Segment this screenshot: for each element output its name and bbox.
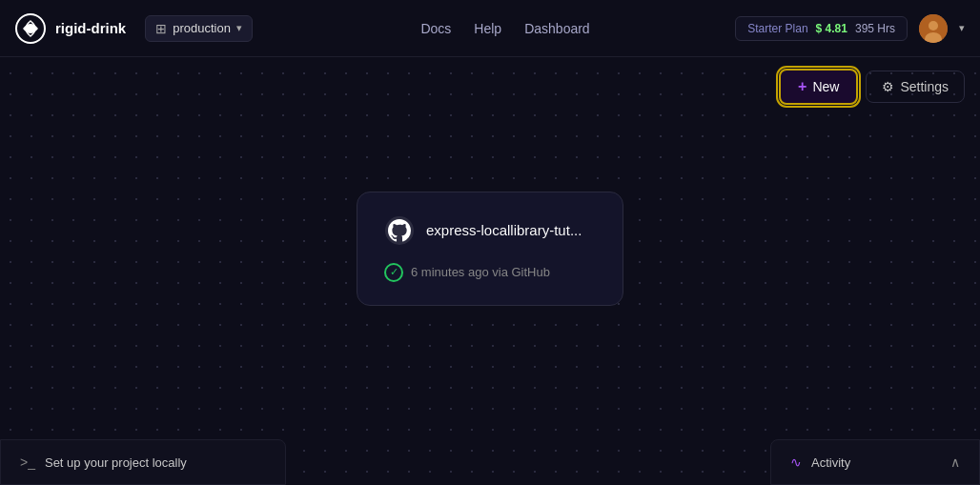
- avatar-image: [919, 14, 948, 43]
- plan-badge[interactable]: Starter Plan $ 4.81 395 Hrs: [735, 16, 908, 41]
- plan-name: Starter Plan: [747, 22, 807, 35]
- plus-icon: +: [798, 78, 806, 95]
- settings-button[interactable]: ⚙ Settings: [866, 71, 965, 103]
- svg-point-2: [929, 21, 938, 30]
- avatar-chevron-icon[interactable]: ▾: [959, 22, 965, 34]
- action-buttons: + New ⚙ Settings: [779, 69, 965, 105]
- grid-icon: ⊞: [155, 21, 167, 36]
- avatar[interactable]: [919, 14, 948, 43]
- chevron-up-icon: ∧: [950, 455, 960, 470]
- project-status-text: 6 minutes ago via GitHub: [411, 265, 550, 279]
- new-button-label: New: [812, 79, 839, 94]
- activity-panel[interactable]: ∿ Activity ∧: [770, 439, 980, 485]
- terminal-icon: >_: [20, 455, 35, 470]
- project-name: express-locallibrary-tut...: [426, 222, 582, 238]
- app-title: rigid-drink: [55, 20, 126, 36]
- project-card-header: express-locallibrary-tut...: [384, 215, 596, 246]
- project-card[interactable]: express-locallibrary-tut... ✓ 6 minutes …: [357, 192, 623, 306]
- main-content: express-locallibrary-tut... ✓ 6 minutes …: [0, 57, 980, 439]
- nav-dashboard[interactable]: Dashboard: [524, 21, 590, 36]
- activity-icon: ∿: [790, 455, 802, 470]
- env-label: production: [173, 21, 231, 35]
- settings-button-label: Settings: [900, 79, 949, 94]
- plan-hrs: 395 Hrs: [855, 22, 895, 35]
- nav-help[interactable]: Help: [474, 21, 501, 36]
- logo-area: rigid-drink: [15, 13, 126, 44]
- env-selector[interactable]: ⊞ production ▾: [145, 15, 253, 42]
- new-button[interactable]: + New: [779, 69, 858, 105]
- header-right: Starter Plan $ 4.81 395 Hrs ▾: [735, 14, 965, 43]
- nav-docs[interactable]: Docs: [420, 21, 451, 36]
- activity-label: Activity: [811, 455, 941, 470]
- status-check-icon: ✓: [384, 263, 403, 282]
- bottom-bar: >_ Set up your project locally ∿ Activit…: [0, 439, 980, 485]
- nav-links: Docs Help Dashboard: [276, 21, 735, 36]
- header: rigid-drink ⊞ production ▾ Docs Help Das…: [0, 0, 980, 57]
- github-icon: [384, 215, 415, 246]
- logo-icon: [15, 13, 46, 44]
- setup-label: Set up your project locally: [45, 455, 187, 470]
- gear-icon: ⚙: [882, 79, 894, 94]
- setup-panel[interactable]: >_ Set up your project locally: [0, 439, 286, 485]
- chevron-down-icon: ▾: [236, 22, 242, 34]
- plan-cost: $ 4.81: [816, 22, 847, 35]
- project-status: ✓ 6 minutes ago via GitHub: [384, 263, 596, 282]
